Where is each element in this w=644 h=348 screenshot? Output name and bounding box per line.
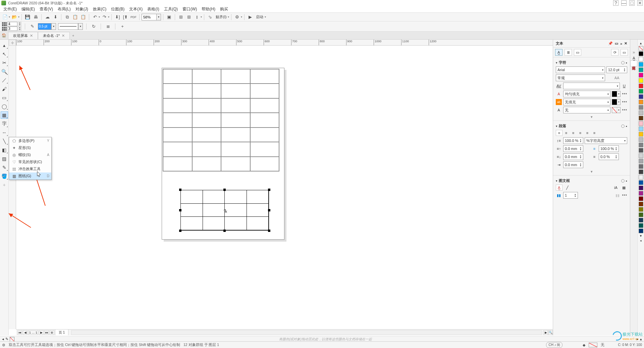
align-none-icon[interactable]: ≡ (556, 130, 562, 136)
no-color-swatch[interactable] (639, 46, 643, 51)
artistic-media-icon[interactable]: 🖌 (1, 85, 8, 93)
redo-icon[interactable]: ↷ (101, 13, 108, 21)
selection-center-marker[interactable]: ✕ (224, 209, 226, 211)
line-style-combo[interactable]: ▾ (58, 23, 83, 30)
color-swatch[interactable] (639, 202, 643, 206)
eyedropper-icon[interactable]: ✎ (1, 164, 8, 171)
color-swatch[interactable] (639, 175, 643, 180)
menu-file[interactable]: 文件(E) (1, 6, 19, 13)
fill-none-swatch[interactable] (589, 343, 597, 347)
color-swatch[interactable] (639, 169, 643, 174)
page-tab[interactable]: 页 1 (55, 329, 68, 336)
transparency-icon[interactable]: ▨ (1, 155, 8, 162)
snap-icon[interactable]: ⬂ (206, 13, 214, 21)
outline-width-combo[interactable]: ▾ (38, 23, 56, 30)
color-swatch[interactable] (639, 191, 643, 196)
bg-fill-combo[interactable]: 无填充▾ (563, 99, 610, 105)
wrap-text-icon[interactable]: ↻ (90, 23, 97, 30)
frame-type-b-icon[interactable]: ╱ (564, 185, 571, 191)
last-page-button[interactable]: ⏭ (44, 330, 49, 335)
color-swatch[interactable] (639, 94, 643, 99)
columns-spinner[interactable]: ▲▼ (18, 22, 21, 26)
clipboard-icon[interactable]: 📋 (79, 13, 87, 21)
table-object-1[interactable] (163, 69, 279, 171)
bg-more-button[interactable]: ••• (622, 100, 627, 104)
text-tool-icon[interactable]: 字 (1, 120, 8, 128)
section-menu-icon[interactable]: ▪ (626, 61, 627, 65)
document-tab[interactable]: 未命名 -1*✕ (38, 32, 70, 39)
selection-handle[interactable] (179, 189, 181, 191)
flyout-star[interactable]: ✦星形(S) (9, 144, 51, 151)
selection-handle[interactable] (268, 230, 270, 232)
color-swatch[interactable] (639, 153, 643, 158)
font-combo[interactable]: Arial▾ (556, 66, 605, 73)
view-icon[interactable]: ▭ (621, 49, 628, 56)
pdf-icon[interactable]: PDF (130, 13, 137, 21)
color-swatch[interactable] (639, 223, 643, 228)
gear-icon[interactable]: ⚙ (2, 343, 5, 347)
new-file-icon[interactable]: 📄 (1, 13, 9, 21)
color-swatch[interactable] (639, 105, 643, 110)
freehand-tool-icon[interactable]: ／ (1, 77, 8, 84)
close-tab-icon[interactable]: ✕ (62, 34, 65, 38)
fill-color-swatch[interactable]: ▾ (612, 91, 621, 97)
scroll-right-button[interactable]: ▶ (543, 330, 548, 335)
vertical-ruler[interactable] (9, 46, 16, 329)
full-screen-icon[interactable]: ▣ (165, 13, 173, 21)
color-swatch[interactable] (639, 89, 643, 94)
save-icon[interactable]: 💾 (24, 13, 31, 21)
color-swatch[interactable] (639, 218, 643, 222)
color-swatch[interactable] (639, 78, 643, 83)
eyedropper-icon[interactable]: ✎ (5, 337, 8, 341)
color-swatch[interactable] (639, 84, 643, 88)
menu-object[interactable]: 对象(J) (73, 6, 90, 13)
color-swatch[interactable] (639, 229, 643, 233)
launch-label[interactable]: 启动 (255, 14, 265, 19)
font-size-input[interactable]: 12.0 pt▲▼ (606, 66, 627, 73)
menu-view[interactable]: 查看(V) (38, 6, 55, 13)
lock-icon[interactable]: ⟳ (611, 49, 619, 56)
color-swatch[interactable] (639, 207, 643, 212)
outline-width-input[interactable] (38, 23, 51, 30)
paragraph-icon[interactable]: ≣ (104, 23, 112, 30)
palette-expand-icon[interactable]: ◂ (640, 238, 642, 243)
font-style-combo[interactable]: 常规▾ (556, 74, 605, 81)
line-spacing-input[interactable]: 100.0 %▲▼ (563, 137, 583, 144)
align-left-icon[interactable]: ≡ (563, 130, 570, 136)
color-swatch[interactable] (639, 51, 643, 56)
frame-type-a-icon[interactable]: A̲ (556, 185, 562, 191)
color-swatch[interactable] (639, 62, 643, 67)
add-tab-button[interactable]: + (70, 33, 76, 39)
kerning-input[interactable]: ▾ (563, 83, 620, 89)
launch-icon[interactable]: ▶ (247, 13, 254, 21)
fill-more-button[interactable]: ••• (622, 92, 627, 96)
color-swatch[interactable] (639, 127, 643, 131)
columns-input[interactable] (7, 22, 17, 26)
print-icon[interactable]: 🖶 (32, 13, 39, 21)
right-indent2-input[interactable]: 0.0 %▲▼ (599, 153, 619, 160)
rows-spinner[interactable]: ▲▼ (18, 27, 21, 31)
fill-swatch-icon[interactable]: ◆ (583, 343, 585, 347)
col-gutter-icon[interactable]: ▮▮ (614, 192, 621, 198)
frame-tab-icon[interactable]: ▭ (574, 49, 581, 56)
ruler-icon[interactable]: ⊞ (177, 13, 184, 21)
crop-tool-icon[interactable]: ✂ (1, 59, 8, 66)
color-swatch[interactable] (639, 110, 643, 115)
align-center-icon[interactable]: ≡ (570, 130, 577, 136)
zoom-input[interactable] (142, 14, 156, 20)
shape-tool-icon[interactable]: ↖ (1, 50, 8, 58)
section-menu-icon[interactable]: ▪ (626, 179, 627, 183)
color-swatch[interactable] (639, 180, 643, 185)
welcome-tab[interactable]: 欢迎屏幕✕ (8, 32, 38, 39)
close-button[interactable]: ✕ (637, 0, 643, 6)
guides-icon[interactable]: ⫿ (193, 13, 201, 21)
color-swatch[interactable] (639, 212, 643, 217)
flyout-polygon[interactable]: ⬠多边形(P)Y (9, 137, 51, 144)
side-tab-properties[interactable]: 对象属性 (630, 60, 637, 66)
ime-badge[interactable]: CH ♪ 简 (546, 342, 562, 348)
align-full-icon[interactable]: ≡ (591, 130, 598, 136)
color-swatch[interactable] (639, 73, 643, 78)
rows-input[interactable] (7, 27, 17, 31)
add-tool-icon[interactable]: + (1, 181, 8, 189)
color-swatch[interactable] (639, 67, 643, 72)
